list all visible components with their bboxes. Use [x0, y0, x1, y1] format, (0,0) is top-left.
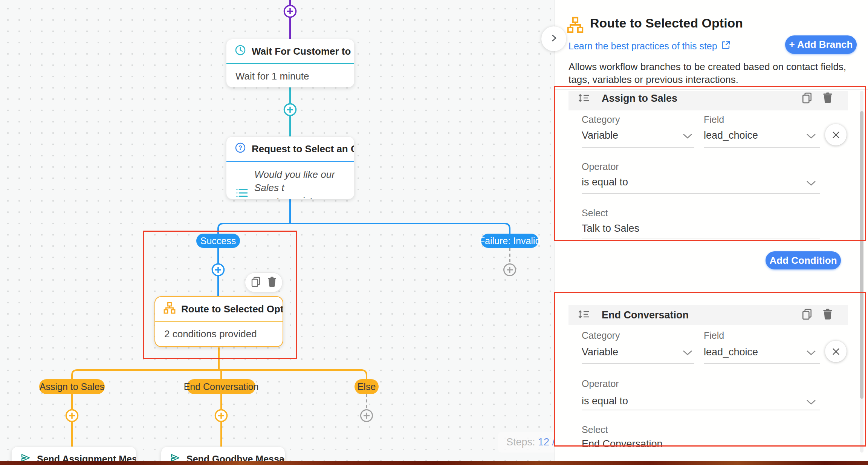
ask-question-step-title: Request to Select an Op…: [252, 143, 355, 155]
workflow-canvas[interactable]: Wait For Customer to Re… Wait for 1 minu…: [0, 0, 555, 465]
field-label: Field: [704, 114, 724, 125]
select-value[interactable]: Talk to Sales: [582, 223, 639, 234]
remove-condition-button[interactable]: [825, 124, 847, 145]
operator-select[interactable]: is equal to: [582, 395, 628, 407]
select-label: Select: [582, 208, 608, 219]
question-icon: ?: [235, 142, 246, 156]
copy-branch-icon[interactable]: [801, 92, 813, 106]
route-step-node[interactable]: Route to Selected Option 2 conditions pr…: [154, 296, 283, 347]
workflow-builder-screen: Wait For Customer to Re… Wait for 1 minu…: [0, 0, 868, 465]
copy-step-icon[interactable]: [251, 276, 261, 289]
category-select[interactable]: Variable: [582, 130, 618, 141]
delete-branch-icon[interactable]: [822, 308, 833, 322]
panel-scrollbar-thumb[interactable]: [860, 111, 863, 399]
panel-title: Route to Selected Option: [590, 16, 743, 31]
delete-branch-icon[interactable]: [822, 92, 833, 106]
chevron-down-icon[interactable]: [806, 133, 816, 141]
add-step-plus-blue-icon: [212, 264, 224, 276]
operator-label: Operator: [582, 161, 619, 172]
branch-name: End Conversation: [602, 309, 689, 321]
branch-name: Assign to Sales: [602, 93, 677, 104]
select-label: Select: [582, 424, 608, 435]
collapse-panel-button[interactable]: [541, 26, 566, 51]
panel-divider: [555, 89, 868, 90]
branch-badge-assign-to-sales: Assign to Sales: [39, 379, 105, 394]
external-link-icon: [721, 40, 731, 52]
node-actions-toolbar: [245, 272, 283, 292]
wait-step-summary: Wait for 1 minute: [226, 64, 354, 87]
copy-branch-icon[interactable]: [801, 308, 813, 322]
category-label: Category: [582, 330, 620, 341]
list-icon: [235, 187, 248, 199]
branch-hierarchy-icon: [164, 302, 176, 317]
remove-condition-button[interactable]: [825, 341, 847, 362]
chevron-down-icon[interactable]: [806, 349, 816, 358]
delete-step-icon[interactable]: [267, 276, 277, 289]
add-step-plus-purple-icon: [284, 6, 296, 17]
add-step-plus-gray-else-icon: [361, 410, 373, 422]
chevron-down-icon[interactable]: [806, 399, 816, 407]
svg-text:?: ?: [238, 145, 242, 151]
branch-badge-end-conversation: End Conversation: [187, 379, 255, 394]
step-config-panel: Route to Selected Option Learn the best …: [555, 0, 868, 465]
field-label: Field: [704, 330, 724, 341]
branch-hierarchy-icon: [567, 17, 584, 35]
ask-question-preview: Would you like our Sales t eam to assist…: [254, 168, 345, 200]
panel-description: Allows workflow branches to be created b…: [568, 60, 850, 86]
ask-question-step-node[interactable]: ? Request to Select an Op… Would you lik…: [226, 136, 355, 199]
add-step-plus-teal-icon: [284, 104, 296, 116]
bottom-screen-edge: [0, 461, 868, 465]
chevron-down-icon[interactable]: [806, 180, 816, 188]
reorder-branch-icon[interactable]: [578, 309, 590, 321]
route-step-title: Route to Selected Option: [181, 303, 283, 315]
wait-step-node[interactable]: Wait For Customer to Re… Wait for 1 minu…: [226, 39, 355, 87]
category-select[interactable]: Variable: [582, 346, 618, 358]
best-practices-link[interactable]: Learn the best practices of this step: [568, 40, 731, 52]
category-label: Category: [582, 114, 620, 125]
wait-step-title: Wait For Customer to Re…: [252, 46, 355, 57]
branch-badge-else: Else: [355, 379, 379, 394]
chevron-down-icon[interactable]: [682, 133, 693, 141]
branch-card-header-assign: Assign to Sales: [568, 91, 848, 110]
add-step-plus-gray-failure-icon: [504, 264, 516, 276]
add-step-plus-orange-assign-icon: [66, 410, 78, 422]
clock-icon: [235, 44, 246, 58]
chevron-right-icon: [548, 32, 559, 45]
add-condition-button[interactable]: Add Condition: [766, 251, 841, 269]
reorder-branch-icon[interactable]: [578, 92, 590, 105]
branch-card-header-end: End Conversation: [568, 305, 848, 325]
operator-select[interactable]: is equal to: [582, 176, 628, 188]
chevron-down-icon[interactable]: [682, 349, 693, 358]
field-select[interactable]: lead_choice: [704, 346, 758, 358]
branch-badge-failure: Failure: Invalid: [481, 234, 538, 248]
select-value[interactable]: End Conversation: [582, 438, 663, 450]
route-step-summary: 2 conditions provided: [155, 322, 283, 346]
steps-counter: Steps: 12 /: [498, 432, 563, 453]
field-select[interactable]: lead_choice: [704, 130, 758, 141]
add-step-plus-orange-end-icon: [215, 410, 227, 422]
add-branch-button[interactable]: + Add Branch: [785, 35, 857, 54]
operator-label: Operator: [582, 378, 619, 389]
branch-badge-success: Success: [196, 234, 240, 248]
